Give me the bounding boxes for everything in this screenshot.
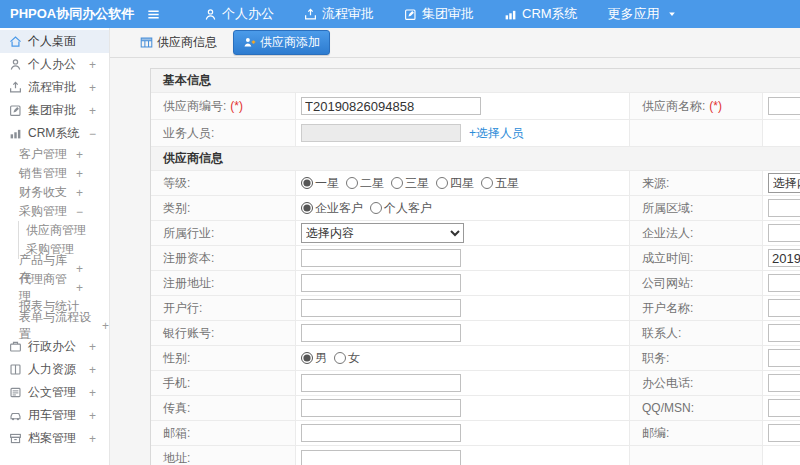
- text-input[interactable]: [301, 124, 461, 142]
- text-input[interactable]: [301, 299, 461, 317]
- radio-input[interactable]: [436, 177, 448, 189]
- expand-toggle-icon[interactable]: +: [76, 148, 83, 162]
- radio-input[interactable]: [391, 177, 403, 189]
- expand-toggle-icon[interactable]: +: [89, 81, 96, 95]
- topbar: PHPOA协同办公软件 个人办公流程审批集团审批CRM系统更多应用: [0, 0, 800, 28]
- radio-option-四星[interactable]: 四星: [436, 175, 474, 192]
- text-input[interactable]: [768, 349, 800, 367]
- menu-toggle-icon[interactable]: [146, 6, 164, 22]
- person-picker-link[interactable]: +选择人员: [469, 125, 524, 142]
- select-input[interactable]: 选择内容: [301, 223, 464, 243]
- sidebar-item-个人办公[interactable]: 个人办公+: [0, 53, 109, 76]
- radio-group: 男女: [301, 350, 367, 367]
- field-cell: [763, 371, 800, 395]
- topnav-item-5[interactable]: 更多应用: [608, 5, 677, 23]
- edit-icon: [404, 8, 417, 21]
- field-label-text: 供应商名称:: [642, 98, 705, 115]
- sidebar-item-采购管理[interactable]: 采购管理−: [0, 202, 109, 221]
- radio-label: 二星: [360, 175, 384, 192]
- expand-toggle-icon[interactable]: +: [76, 186, 83, 200]
- tab-供应商信息[interactable]: 供应商信息: [134, 31, 223, 54]
- text-input[interactable]: [768, 424, 800, 442]
- sidebar-item-客户管理[interactable]: 客户管理+: [0, 145, 109, 164]
- radio-option-三星[interactable]: 三星: [391, 175, 429, 192]
- sidebar-item-公文管理[interactable]: 公文管理+: [0, 381, 109, 404]
- radio-input[interactable]: [301, 177, 313, 189]
- sidebar-item-流程审批[interactable]: 流程审批+: [0, 76, 109, 99]
- expand-toggle-icon[interactable]: +: [89, 340, 96, 354]
- radio-input[interactable]: [334, 352, 346, 364]
- expand-toggle-icon[interactable]: +: [89, 363, 96, 377]
- sidebar-item-销售管理[interactable]: 销售管理+: [0, 164, 109, 183]
- topnav-item-3[interactable]: 集团审批: [404, 5, 474, 23]
- field-cell: [296, 246, 630, 270]
- form-row: 供应商编号:(*)供应商名称:(*): [151, 93, 800, 120]
- expand-toggle-icon[interactable]: −: [89, 127, 96, 141]
- sidebar-item-label: 个人桌面: [28, 33, 76, 50]
- radio-option-个人客户[interactable]: 个人客户: [370, 200, 432, 217]
- text-input[interactable]: [768, 199, 800, 217]
- expand-toggle-icon[interactable]: +: [76, 262, 83, 276]
- sidebar-item-档案管理[interactable]: 档案管理+: [0, 427, 109, 450]
- sidebar-item-个人桌面[interactable]: 个人桌面: [0, 30, 109, 53]
- text-input[interactable]: [768, 399, 800, 417]
- text-input[interactable]: [301, 97, 481, 115]
- text-input[interactable]: [768, 324, 800, 342]
- expand-toggle-icon[interactable]: +: [89, 432, 96, 446]
- text-input[interactable]: [768, 374, 800, 392]
- radio-input[interactable]: [301, 352, 313, 364]
- person-icon: [9, 58, 22, 71]
- field-label: 银行账号:: [151, 321, 296, 345]
- expand-toggle-icon[interactable]: +: [89, 386, 96, 400]
- sidebar-item-人力资源[interactable]: 人力资源+: [0, 358, 109, 381]
- expand-toggle-icon[interactable]: −: [76, 205, 83, 219]
- form-row: 传真:QQ/MSN:: [151, 396, 800, 421]
- field-cell: 一星二星三星四星五星: [296, 171, 630, 195]
- text-input[interactable]: [768, 299, 800, 317]
- topnav-item-4[interactable]: CRM系统: [504, 5, 578, 23]
- radio-option-男[interactable]: 男: [301, 350, 327, 367]
- text-input[interactable]: [768, 274, 800, 292]
- sidebar-item-用车管理[interactable]: 用车管理+: [0, 404, 109, 427]
- text-input[interactable]: [301, 424, 461, 442]
- text-input[interactable]: [301, 450, 461, 465]
- sidebar-item-代理商管理[interactable]: 代理商管理+: [0, 278, 109, 297]
- expand-toggle-icon[interactable]: +: [76, 281, 83, 295]
- radio-option-一星[interactable]: 一星: [301, 175, 339, 192]
- sidebar-item-CRM系统[interactable]: CRM系统−: [0, 122, 109, 145]
- text-input[interactable]: [768, 224, 800, 242]
- expand-toggle-icon[interactable]: +: [89, 104, 96, 118]
- field-cell: [763, 196, 800, 220]
- text-input[interactable]: [301, 324, 461, 342]
- radio-option-二星[interactable]: 二星: [346, 175, 384, 192]
- radio-option-女[interactable]: 女: [334, 350, 360, 367]
- expand-toggle-icon[interactable]: +: [89, 409, 96, 423]
- topnav-item-1[interactable]: 个人办公: [204, 5, 274, 23]
- sidebar-item-表单与流程设置[interactable]: 表单与流程设置+: [0, 316, 109, 335]
- expand-toggle-icon[interactable]: +: [89, 58, 96, 72]
- sidebar-item-label: 个人办公: [28, 56, 76, 73]
- radio-input[interactable]: [370, 202, 382, 214]
- text-input[interactable]: [301, 249, 461, 267]
- select-input[interactable]: 选择内容: [768, 173, 800, 193]
- text-input[interactable]: [301, 374, 461, 392]
- radio-option-五星[interactable]: 五星: [481, 175, 519, 192]
- text-input[interactable]: [301, 399, 461, 417]
- expand-toggle-icon[interactable]: +: [76, 167, 83, 181]
- sidebar-item-供应商管理[interactable]: 供应商管理: [18, 221, 109, 240]
- tab-供应商添加[interactable]: 供应商添加: [233, 30, 330, 55]
- radio-group: 企业客户个人客户: [301, 200, 439, 217]
- radio-input[interactable]: [346, 177, 358, 189]
- text-input[interactable]: [768, 249, 800, 267]
- expand-toggle-icon[interactable]: +: [102, 319, 109, 333]
- field-cell: [763, 120, 800, 146]
- text-input[interactable]: [768, 97, 800, 115]
- radio-input[interactable]: [481, 177, 493, 189]
- sidebar-item-集团审批[interactable]: 集团审批+: [0, 99, 109, 122]
- sidebar-item-财务收支[interactable]: 财务收支+: [0, 183, 109, 202]
- radio-option-企业客户[interactable]: 企业客户: [301, 200, 363, 217]
- tab-bar: 供应商信息供应商添加: [110, 28, 800, 58]
- text-input[interactable]: [301, 274, 461, 292]
- topnav-item-2[interactable]: 流程审批: [304, 5, 374, 23]
- radio-input[interactable]: [301, 202, 313, 214]
